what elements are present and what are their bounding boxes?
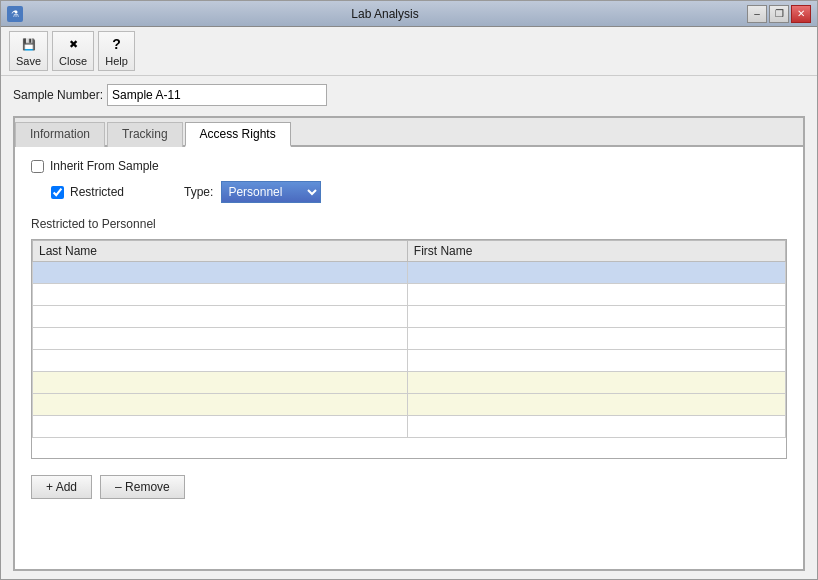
cell-last-name	[33, 350, 408, 372]
main-content: Sample Number: Information Tracking Acce…	[1, 76, 817, 579]
inherit-row: Inherit From Sample	[31, 159, 787, 173]
action-buttons-row: + Add – Remove	[31, 475, 787, 499]
close-label: Close	[59, 55, 87, 67]
cell-first-name	[407, 328, 785, 350]
tab-access-rights[interactable]: Access Rights	[185, 122, 291, 147]
type-label: Type:	[184, 185, 213, 199]
table-row[interactable]	[33, 328, 786, 350]
close-icon: ✖	[64, 35, 82, 53]
cell-last-name	[33, 416, 408, 438]
table-row[interactable]	[33, 372, 786, 394]
table-body	[33, 262, 786, 438]
help-icon: ?	[108, 35, 126, 53]
cell-last-name	[33, 262, 408, 284]
col-first-name: First Name	[407, 241, 785, 262]
cell-last-name	[33, 306, 408, 328]
window-title: Lab Analysis	[23, 7, 747, 21]
toolbar: 💾 Save ✖ Close ? Help	[1, 27, 817, 76]
title-controls: – ❐ ✕	[747, 5, 811, 23]
remove-button[interactable]: – Remove	[100, 475, 185, 499]
tabs-header: Information Tracking Access Rights	[15, 118, 803, 147]
cell-first-name	[407, 262, 785, 284]
cell-first-name	[407, 372, 785, 394]
col-last-name: Last Name	[33, 241, 408, 262]
sample-row: Sample Number:	[13, 84, 805, 106]
save-icon: 💾	[20, 35, 38, 53]
personnel-table-container: Last Name First Name	[31, 239, 787, 459]
app-icon: ⚗	[7, 6, 23, 22]
table-row[interactable]	[33, 350, 786, 372]
tab-information[interactable]: Information	[15, 122, 105, 147]
add-button[interactable]: + Add	[31, 475, 92, 499]
inherit-checkbox[interactable]	[31, 160, 44, 173]
cell-first-name	[407, 416, 785, 438]
cell-last-name	[33, 328, 408, 350]
restricted-info: Restricted to Personnel	[31, 217, 787, 231]
cell-first-name	[407, 306, 785, 328]
save-label: Save	[16, 55, 41, 67]
inherit-label: Inherit From Sample	[50, 159, 159, 173]
sample-number-input[interactable]	[107, 84, 327, 106]
restricted-type-row: Restricted Type: Personnel Group Role	[51, 181, 787, 203]
tab-tracking[interactable]: Tracking	[107, 122, 183, 147]
table-row[interactable]	[33, 416, 786, 438]
type-select[interactable]: Personnel Group Role	[221, 181, 321, 203]
cell-first-name	[407, 394, 785, 416]
cell-first-name	[407, 350, 785, 372]
table-header: Last Name First Name	[33, 241, 786, 262]
table-row[interactable]	[33, 262, 786, 284]
tab-content-access-rights: Inherit From Sample Restricted Type: Per…	[15, 147, 803, 569]
restore-button[interactable]: ❐	[769, 5, 789, 23]
help-button[interactable]: ? Help	[98, 31, 135, 71]
close-toolbar-button[interactable]: ✖ Close	[52, 31, 94, 71]
restricted-checkbox[interactable]	[51, 186, 64, 199]
restricted-row: Restricted	[51, 185, 124, 199]
type-row: Type: Personnel Group Role	[184, 181, 321, 203]
table-row[interactable]	[33, 306, 786, 328]
table-row[interactable]	[33, 394, 786, 416]
personnel-table: Last Name First Name	[32, 240, 786, 438]
cell-last-name	[33, 372, 408, 394]
restricted-label: Restricted	[70, 185, 124, 199]
table-row[interactable]	[33, 284, 786, 306]
help-label: Help	[105, 55, 128, 67]
sample-number-label: Sample Number:	[13, 88, 103, 102]
cell-last-name	[33, 284, 408, 306]
main-window: ⚗ Lab Analysis – ❐ ✕ 💾 Save ✖ Close ? He…	[0, 0, 818, 580]
tabs-container: Information Tracking Access Rights Inher…	[13, 116, 805, 571]
close-button[interactable]: ✕	[791, 5, 811, 23]
title-bar: ⚗ Lab Analysis – ❐ ✕	[1, 1, 817, 27]
cell-last-name	[33, 394, 408, 416]
minimize-button[interactable]: –	[747, 5, 767, 23]
cell-first-name	[407, 284, 785, 306]
save-button[interactable]: 💾 Save	[9, 31, 48, 71]
